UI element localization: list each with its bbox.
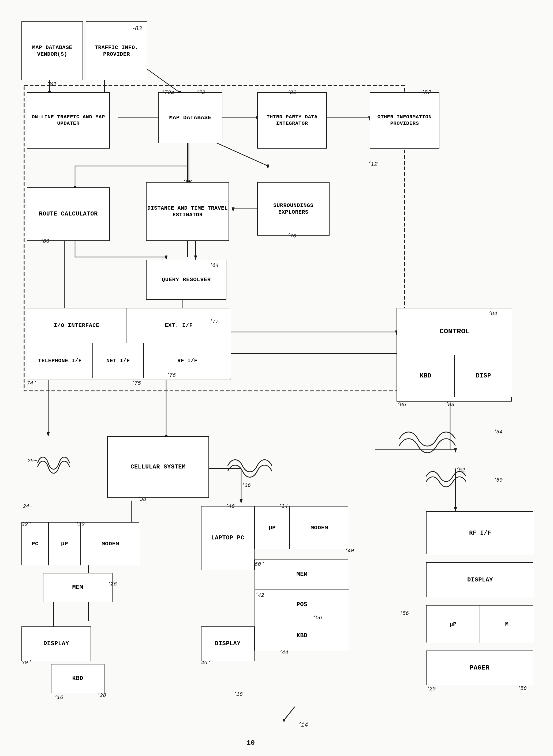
svg-marker-55 [240,499,242,503]
io-interface-box: I/O INTERFACE [27,308,127,343]
coil-left [35,450,70,477]
route-calculator-label: ROUTE CALCULATOR [39,210,97,218]
online-traffic-label: ON-LINE TRAFFIC AND MAP UPDATER [27,114,109,127]
laptop-mem-block: MEM POS KBD [254,560,348,651]
kbd-label1: KBD [72,675,83,682]
disp-label: DISP [476,372,491,380]
label-14: ʻ14 [297,721,308,729]
label-18: ʻ18 [233,691,243,697]
label-16: ʻ16 [54,694,63,700]
up-box3: μP [426,605,480,643]
label-56b: ʻ56 [399,610,409,617]
label-68: ʻ68 [182,178,192,185]
up-label1: μP [61,541,68,548]
ext-if-label: EXT. I/F [165,322,193,329]
label-40: ʻ40 [344,547,354,554]
svg-marker-25 [165,256,167,260]
label-24: 24~ [23,503,32,509]
display-rf-box: DISPLAY [426,563,534,597]
map-database-vendor-label: MAP DATABASE VENDOR(S) [22,44,83,58]
third-party-box: THIRD PARTY DATA INTEGRATOR [257,92,327,149]
kbd-label2: KBD [296,632,307,640]
display-box1: DISPLAY [21,627,91,661]
map-database-vendor-box: MAP DATABASE VENDOR(S) [21,21,83,80]
other-info-box: OTHER INFORMATION PROVIDERS [370,92,440,149]
pc-box: PC [22,523,49,565]
surroundings-box: SURROUNDINGS EXPLORERS [257,182,329,235]
distance-time-box: DISTANCE AND TIME TRAVEL ESTIMATOR [146,182,229,241]
label-30: 30ʻ [21,659,31,666]
label-12: ʻ12 [367,161,378,168]
modem-box1: MODEM [81,523,140,565]
svg-marker-31 [232,207,234,211]
label-32: 32ʻ [21,521,31,528]
rf-if-box-label: RF I/F [469,530,491,537]
net-if-label: NET I/F [106,357,130,364]
mem-label2: MEM [296,571,307,578]
rf-if-label-box: RF I/F [426,512,534,555]
display-label1: DISPLAY [44,640,69,648]
coil-right [397,428,456,455]
map-database-label: MAP DATABASE [169,114,211,121]
disp-box: DISP [455,355,512,397]
pc-label: PC [31,541,38,548]
label-48: ʻ48 [225,503,235,509]
label-75: ʻ75 [131,380,141,386]
up-label2: μP [269,525,276,532]
label-70: ʻ70 [287,232,296,239]
rf-if-inner-label: RF I/F [177,357,198,364]
svg-marker-42 [47,432,50,436]
label-22: ʻ22 [75,521,85,528]
net-if-box: NET I/F [93,343,144,378]
laptop-up-modem-block: μP MODEM [254,506,348,549]
modem-label2: MODEM [311,525,328,532]
control-label: CONTROL [440,327,470,336]
ext-if-box: EXT. I/F [127,308,231,343]
label-82: ʻ82 [421,89,431,96]
up-box1: μP [49,523,81,565]
kbd-box: KBD [397,355,455,397]
label-66: ʻ66 [40,238,49,245]
cellular-system-label: CELLULAR SYSTEM [131,463,186,471]
diagram-container: MAP DATABASE VENDOR(S) ʻ81 TRAFFIC INFO.… [0,0,553,756]
label-10: 10 [246,739,255,747]
up-m-block: μP M [426,605,533,643]
label-72: ʻ72 [195,89,205,96]
display-box2: DISPLAY [201,627,254,661]
label-88: ʻ88 [445,401,454,408]
map-database-box: MAP DATABASE [158,92,222,143]
mem-label1: MEM [72,584,83,591]
io-block: I/O INTERFACE EXT. I/F TELEPHONE I/F NET… [27,308,230,380]
query-resolver-label: QUERY RESOLVER [162,276,211,283]
label-58: ʻ58 [517,685,527,691]
label-77: ʻ77 [209,318,219,325]
label-81: ʻ81 [46,80,57,88]
label-54: ʻ54 [493,428,503,435]
online-traffic-box: ON-LINE TRAFFIC AND MAP UPDATER [27,92,110,149]
display-label2: DISPLAY [215,640,241,648]
pos-label: POS [296,601,307,608]
svg-marker-65 [283,719,285,723]
up-box2: μP [255,506,290,549]
mem-box1: MEM [43,573,112,602]
control-block: CONTROL KBD DISP [397,308,512,401]
kbd-label: KBD [420,372,431,380]
label-36: ʻ36 [241,482,251,489]
pc-modem-block: PC μP MODEM [21,522,139,565]
laptop-pc-box: LAPTOP PC [201,506,254,570]
label-50: ʻ50 [493,477,503,483]
label-26: ʻ26 [107,580,117,587]
modem-label1: MODEM [101,541,119,548]
display-rf-label: DISPLAY [467,576,493,584]
other-info-label: OTHER INFORMATION PROVIDERS [370,114,439,127]
svg-marker-22 [266,165,269,169]
pager-box: PAGER [426,651,533,685]
pager-label: PAGER [470,664,490,672]
label-34: ʻ34 [278,503,288,509]
label-76: ʻ76 [166,372,176,378]
label-83: ~83 [131,25,142,32]
io-interface-label: I/O INTERFACE [54,322,99,329]
distance-time-label: DISTANCE AND TIME TRAVEL ESTIMATOR [147,205,229,218]
label-80: ʻ80 [287,89,296,96]
kbd-box2: KBD [255,620,349,651]
